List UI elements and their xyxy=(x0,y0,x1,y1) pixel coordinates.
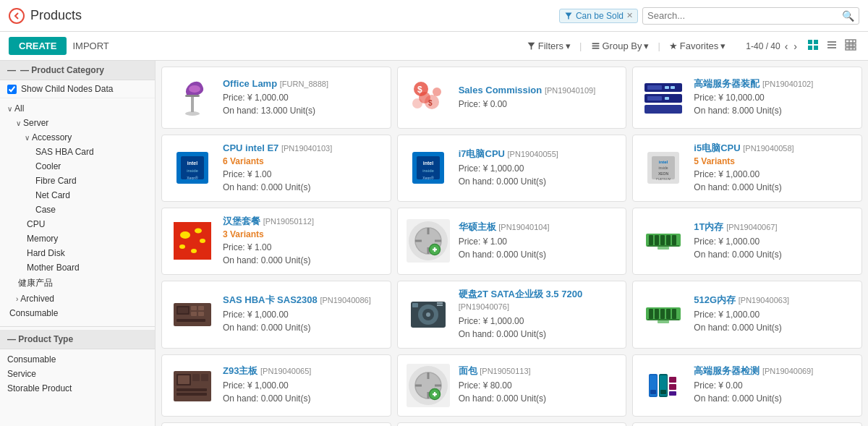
search-icon[interactable]: 🔍 xyxy=(842,10,854,22)
svg-rect-102 xyxy=(176,388,207,391)
list-view-button[interactable] xyxy=(823,38,841,55)
product-card-hamburger[interactable]: 汉堡套餐 [PN19050112] 3 Variants Price: ¥ 1.… xyxy=(161,208,391,275)
product-card-sas-hba[interactable]: SAS HBA卡 SAS2308 [PN19040086] Price: ¥ 1… xyxy=(161,281,391,349)
product-name-512g-ram: 512G内存 [PN19040063] xyxy=(694,294,854,307)
search-input[interactable] xyxy=(647,10,842,21)
tree-item-memory[interactable]: Memory xyxy=(0,231,155,246)
tree-label-cooler: Cooler xyxy=(35,161,155,171)
show-child-nodes-row[interactable]: Show Child Nodes Data xyxy=(0,80,155,98)
tree-item-pt-consumable[interactable]: Consumable xyxy=(0,352,155,367)
product-name-sales-commission: Sales Commission [PN19040109] xyxy=(459,85,619,97)
product-type-tree: Consumable Service Storable Product xyxy=(0,349,155,399)
svg-rect-13 xyxy=(846,44,856,46)
product-card-server-detect[interactable]: 高端服务器检测 [PN19040069] Price: ¥ 0.00 On ha… xyxy=(632,354,862,417)
back-button[interactable] xyxy=(9,8,25,24)
product-info-512g-ram: 512G内存 [PN19040063] Price: ¥ 1,000.00 On… xyxy=(694,294,854,334)
svg-text:inside: inside xyxy=(187,169,198,173)
tree-item-case[interactable]: Case xyxy=(0,203,155,217)
grid-view-button[interactable] xyxy=(804,38,822,55)
filter-tag-can-be-sold[interactable]: Can be Sold ✕ xyxy=(559,9,638,23)
product-card-sales-commission[interactable]: $ $ Sales Commission [PN19040109] Price:… xyxy=(397,67,627,129)
svg-point-26 xyxy=(412,98,422,108)
product-image-sas-hba xyxy=(169,291,216,338)
product-card-fiber-module[interactable]: 光纤模块 万兆多模 850NM 300M [PN19040081] 2 Vari… xyxy=(632,422,862,426)
tree-label-archived: Archived xyxy=(20,294,155,304)
search-bar: Can be Sold ✕ 🔍 xyxy=(559,7,859,25)
product-onhand-server-detect: On hand: 0.000 Unit(s) xyxy=(694,392,854,405)
tree-item-pt-storable[interactable]: Storable Product xyxy=(0,381,155,396)
tree-item-all[interactable]: ∨ All xyxy=(0,101,155,116)
product-card-sas-cable[interactable]: SAS线 8087-4 [PN19040088] Price: ¥ 1,000.… xyxy=(161,422,391,426)
svg-point-86 xyxy=(426,312,430,317)
svg-point-55 xyxy=(200,239,205,243)
page-title: Products xyxy=(30,8,559,23)
tree-item-archived[interactable]: › Archived xyxy=(0,291,155,306)
product-variants-i5-cpu: 5 Variants xyxy=(694,156,854,166)
product-card-cooler-fan[interactable]: 散热器 2011 2U旁边主动 侧吹 [PN19040078] Price: ¥… xyxy=(397,422,627,426)
table-view-button[interactable] xyxy=(842,38,859,55)
svg-rect-119 xyxy=(660,390,666,394)
product-card-office-lamp[interactable]: Office Lamp [FURN_8888] Price: ¥ 1,000.0… xyxy=(161,67,391,129)
product-card-i7-cpu[interactable]: intel inside Xeon® i7电脑CPU [PN19040055] … xyxy=(397,135,627,202)
tree-item-sas-hba-card[interactable]: SAS HBA Card xyxy=(0,145,155,159)
prev-page-button[interactable]: ‹ xyxy=(783,41,790,52)
tree-item-accessory[interactable]: ∨ Accessory xyxy=(0,130,155,145)
product-info-1t-ram: 1T内存 [PN19040067] Price: ¥ 1,000.00 On h… xyxy=(694,221,854,261)
product-image-512g-ram xyxy=(640,291,686,338)
product-onhand-sas-hba: On hand: 0.000 Unit(s) xyxy=(223,321,383,334)
tree-item-cooler[interactable]: Cooler xyxy=(0,159,155,174)
product-card-bread[interactable]: 面包 [PN19050113] Price: ¥ 80.00 On hand: … xyxy=(397,354,627,417)
svg-rect-95 xyxy=(672,309,676,319)
next-page-button[interactable]: › xyxy=(792,41,799,52)
product-onhand-server-assembly: On hand: 8.000 Unit(s) xyxy=(694,104,854,117)
svg-text:inside: inside xyxy=(422,169,434,173)
filter-tag-close[interactable]: ✕ xyxy=(626,11,633,20)
show-child-nodes-checkbox[interactable] xyxy=(7,85,17,94)
svg-rect-18 xyxy=(191,96,194,112)
create-button[interactable]: CREATE xyxy=(9,37,67,55)
product-card-1t-ram[interactable]: 1T内存 [PN19040067] Price: ¥ 1,000.00 On h… xyxy=(632,208,862,275)
product-image-server-assembly xyxy=(640,74,686,121)
show-child-nodes-label: Show Child Nodes Data xyxy=(21,84,113,94)
filters-button[interactable]: Filters ▾ xyxy=(527,41,571,51)
import-button[interactable]: IMPORT xyxy=(72,41,109,51)
svg-rect-74 xyxy=(658,247,669,250)
svg-rect-6 xyxy=(814,40,818,44)
product-card-512g-ram[interactable]: 512G内存 [PN19040063] Price: ¥ 1,000.00 On… xyxy=(632,281,862,349)
product-area: Office Lamp [FURN_8888] Price: ¥ 1,000.0… xyxy=(156,61,868,426)
svg-rect-35 xyxy=(644,105,682,114)
placeholder-bread xyxy=(407,364,450,407)
tree-item-server[interactable]: ∨ Server xyxy=(0,116,155,130)
product-card-server-assembly[interactable]: 高端服务器装配 [PN19040102] Price: ¥ 10,000.00 … xyxy=(632,67,862,129)
product-image-i7-cpu: intel inside Xeon® xyxy=(405,145,451,191)
tree-item-consumable[interactable]: Consumable xyxy=(0,306,155,320)
tree-item-hard-disk[interactable]: Hard Disk xyxy=(0,246,155,260)
product-image-bread xyxy=(405,362,451,409)
product-card-cpu-intel-e7[interactable]: intel inside Xeon® CPU intel E7 [PN19040… xyxy=(161,135,391,202)
tree-label-mother-board: Mother Board xyxy=(27,263,155,273)
product-category-header: — — Product Category xyxy=(0,61,155,80)
tree-item-mother-board[interactable]: Mother Board xyxy=(0,260,155,275)
product-image-server-detect xyxy=(640,362,686,409)
svg-rect-77 xyxy=(178,307,188,313)
product-name-hamburger: 汉堡套餐 [PN19050112] xyxy=(223,216,383,228)
tree-item-fibre-card[interactable]: Fibre Card xyxy=(0,174,155,188)
svg-rect-71 xyxy=(666,235,671,245)
product-card-asus-board[interactable]: 华硕主板 [PN19040104] Price: ¥ 1.00 On hand:… xyxy=(397,208,627,275)
product-card-hdd-2t[interactable]: 硬盘2T SATA企业级 3.5 7200 [PN19040076] Price… xyxy=(397,281,627,349)
product-card-i5-cpu[interactable]: intel inside XEON PLATINUM i5电脑CPU [PN19… xyxy=(632,135,862,202)
grid-icon xyxy=(807,39,819,51)
group-by-button[interactable]: Group By ▾ xyxy=(591,41,650,51)
product-onhand-bread: On hand: 0.000 Unit(s) xyxy=(459,392,619,405)
tree-item-pt-service[interactable]: Service xyxy=(0,367,155,381)
product-card-z93-board[interactable]: Z93主板 [PN19040065] Price: ¥ 1,000.00 On … xyxy=(161,354,391,417)
favorites-button[interactable]: ★ Favorites ▾ xyxy=(669,41,726,51)
product-price-server-detect: Price: ¥ 0.00 xyxy=(694,379,854,392)
svg-rect-30 xyxy=(665,86,669,89)
product-info-z93-board: Z93主板 [PN19040065] Price: ¥ 1,000.00 On … xyxy=(223,365,383,405)
product-grid: Office Lamp [FURN_8888] Price: ¥ 1,000.0… xyxy=(161,67,862,426)
tree-item-net-card[interactable]: Net Card xyxy=(0,188,155,203)
tree-item-cpu[interactable]: CPU xyxy=(0,217,155,231)
tree-item-health[interactable]: 健康产品 xyxy=(0,275,155,291)
search-input-wrap: 🔍 xyxy=(642,7,859,25)
